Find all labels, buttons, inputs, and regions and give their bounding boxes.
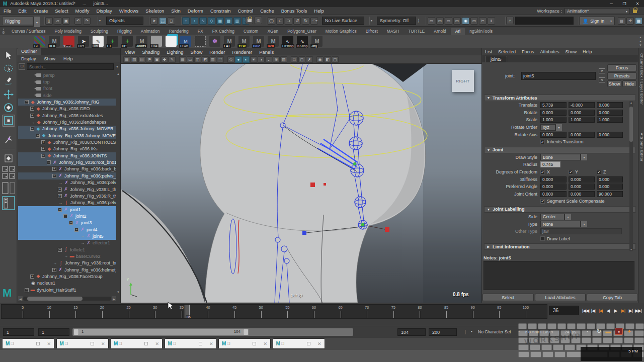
clip-tab-2[interactable]: M❒✕: [56, 338, 109, 349]
checkbox-icon[interactable]: ✓: [540, 170, 545, 174]
lasso-tool-icon[interactable]: [2, 62, 15, 74]
maximize-button[interactable]: ❒: [618, 2, 631, 6]
shadows-icon[interactable]: ◑: [258, 56, 265, 63]
snap-to-curve-icon[interactable]: ‹: [191, 17, 198, 25]
outliner-row-joint3[interactable]: −✗joint3: [18, 220, 116, 226]
render-settings-icon[interactable]: ▭: [445, 17, 452, 25]
command-input[interactable]: [515, 17, 574, 25]
use-all-lights-icon[interactable]: ☀: [250, 56, 257, 63]
outliner-menu-display[interactable]: Display: [17, 56, 40, 61]
pan-zoom-icon[interactable]: ✚: [161, 56, 168, 63]
menuset-dropdown[interactable]: Rigging: [2, 17, 33, 25]
clip-maximize-icon[interactable]: [307, 342, 310, 345]
circle-tool-icon-3[interactable]: ⊃: [285, 17, 292, 25]
panel-layout-icon[interactable]: ▦: [635, 17, 642, 25]
attr-value-field[interactable]: 0.000: [597, 176, 623, 183]
menu-cache[interactable]: Cache: [257, 8, 277, 14]
clip-maximize-icon[interactable]: [91, 342, 94, 345]
checkbox-icon[interactable]: ✓: [569, 170, 573, 174]
outliner-row-basecurve2[interactable]: →▬baseCurve2: [18, 253, 116, 259]
minimize-button[interactable]: ─: [605, 2, 618, 6]
ae-menu-help[interactable]: Help: [580, 49, 595, 54]
camera-attributes-icon[interactable]: ▤: [138, 56, 145, 63]
collapse-toggle-icon[interactable]: −: [69, 221, 73, 225]
attr-value-field[interactable]: 1.000: [569, 117, 595, 123]
last-tool-joint-icon[interactable]: [2, 134, 15, 146]
attr-value-field[interactable]: 1.000: [597, 117, 623, 123]
outliner-row-joint5[interactable]: →✗joint5: [18, 233, 116, 239]
outliner-horizontal-scrollbar[interactable]: ◀▶: [18, 296, 116, 301]
current-frame-field[interactable]: 36: [549, 306, 579, 315]
dropdown-arrow-icon[interactable]: ▾: [555, 124, 562, 131]
dropdown-arrow-icon[interactable]: ▾: [581, 154, 587, 160]
section-header-joint-labelling[interactable]: ▼Joint Labelling: [484, 206, 636, 213]
bookmarks-icon[interactable]: ⚑: [146, 56, 153, 63]
gamma-icon[interactable]: ▢: [332, 56, 339, 63]
attr-value-field[interactable]: 0.000: [540, 132, 567, 138]
attr-dropdown[interactable]: None: [540, 221, 581, 227]
attr-value-field[interactable]: 0.000: [597, 184, 623, 190]
shelf-tab-rendering[interactable]: Rendering: [165, 28, 193, 35]
select-tool-icon[interactable]: [2, 49, 15, 61]
snap-to-projected-center-icon[interactable]: ◇: [208, 17, 215, 25]
shelf-tab-rigging[interactable]: Rigging: [113, 28, 136, 35]
paint-select-tool-icon[interactable]: [2, 75, 15, 87]
auto-key-icon[interactable]: ✦: [627, 328, 631, 335]
circle-tool-icon-4[interactable]: ↺: [293, 17, 301, 25]
select-component-icon[interactable]: ◻: [168, 17, 175, 25]
shelf-item-ylw[interactable]: MYLW: [238, 36, 250, 47]
shelf-item-hist[interactable]: ✎Hist: [93, 36, 104, 47]
outliner-row-persp[interactable]: persp: [18, 72, 116, 78]
clip-close-icon[interactable]: ✕: [47, 341, 51, 346]
section-header-transform-attributes[interactable]: ▼Transform Attributes: [484, 95, 636, 101]
ae-menu-show[interactable]: Show: [562, 49, 580, 54]
axis-check-x[interactable]: ✓X: [540, 169, 569, 174]
circle-tool-icon-2[interactable]: ⊂: [276, 17, 284, 25]
shelf-item-icon-11[interactable]: [195, 36, 206, 47]
select-camera-icon[interactable]: ▦: [123, 56, 130, 63]
shelf-tab-motion-graphics[interactable]: Motion Graphics: [321, 28, 361, 35]
circle-tool-icon-1[interactable]: ◯: [268, 17, 275, 25]
rotate-tool-icon[interactable]: [2, 102, 15, 114]
outliner-row-top[interactable]: top: [18, 78, 116, 85]
notes-textarea[interactable]: [484, 261, 634, 290]
circle-tool-icon-5[interactable]: ↻: [302, 17, 309, 25]
shelf-tab-arnold[interactable]: Arnold: [429, 28, 451, 35]
swap-output-icon[interactable]: ⇆: [599, 77, 605, 82]
cut-icon[interactable]: ✂: [479, 17, 487, 25]
attr-value-field[interactable]: jaw: [540, 228, 622, 234]
attribute-editor-side-tab[interactable]: Attribute Editor: [639, 133, 644, 162]
viewport-menu-renderer[interactable]: Renderer: [229, 49, 256, 55]
play-forwards-button[interactable]: ▶: [612, 308, 619, 313]
character-set-arrow[interactable]: ▾: [471, 329, 472, 333]
live-surface-arrow[interactable]: ▾: [316, 17, 321, 25]
attr-value-field[interactable]: 1.000: [540, 117, 567, 123]
shelf-tab-poly-modeling[interactable]: Poly Modeling: [50, 28, 86, 35]
shelf-item-red[interactable]: MRed: [268, 36, 279, 47]
live-surface-field[interactable]: No Live Surface: [322, 17, 364, 25]
range-slider-track[interactable]: 1 104: [72, 328, 353, 336]
menu-deform[interactable]: Deform: [184, 8, 207, 14]
shelf-item-ft[interactable]: +FT: [107, 36, 118, 47]
clip-tab-3[interactable]: M❒✕: [110, 338, 163, 349]
shelf-scroll-icons[interactable]: ▲●▼: [638, 35, 643, 47]
outliner-search-input[interactable]: [27, 63, 114, 70]
axis-check-z[interactable]: ✓Z: [597, 169, 625, 174]
shelf-item-joints[interactable]: MJoints: [136, 36, 147, 47]
shelf-item-blue[interactable]: MBlue: [253, 36, 264, 47]
collapse-toggle-icon[interactable]: −: [74, 228, 78, 232]
outliner-row-johnny-rig-v036-l-thigh-bn01[interactable]: +✗Johnny_Rig_v036:L_thigh_bn01: [18, 186, 116, 193]
snap-to-point-icon[interactable]: ∿: [199, 17, 207, 25]
select-object-icon[interactable]: ⬚: [159, 17, 167, 25]
outliner-row-dynjoint-hairstuff1[interactable]: −▬dynJoint_HairStuff1: [18, 287, 116, 293]
ae-menu-attributes[interactable]: Attributes: [537, 49, 562, 54]
ambient-occlusion-icon[interactable]: ◒: [265, 56, 272, 63]
layout-split-icon[interactable]: [2, 182, 15, 195]
shelf-item-icon-12[interactable]: ✽: [209, 36, 220, 47]
outliner-row-johnny-rig-v036-pelvis-bn01-or[interactable]: →ʃJohnny_Rig_v036:pelvis_bn01_or: [18, 200, 116, 206]
attr-value-field[interactable]: 0.000: [569, 184, 595, 190]
shelf-tab-turtle[interactable]: TURTLE: [404, 28, 429, 35]
joint-name-field[interactable]: joint5: [521, 72, 596, 80]
outliner-row-johnny-rig-v036-helmet-bn[interactable]: +✗Johnny_Rig_v036:helmet_bn: [18, 266, 116, 273]
dropdown-arrow-icon[interactable]: ▾: [581, 221, 587, 227]
